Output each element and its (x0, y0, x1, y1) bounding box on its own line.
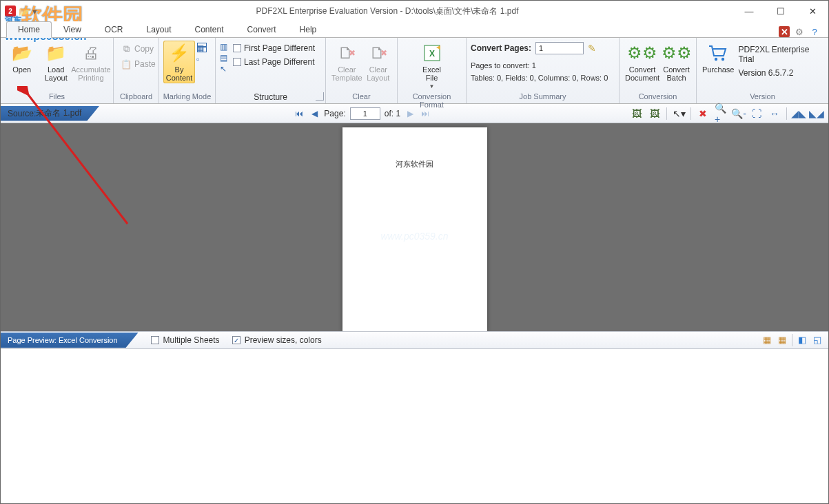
export-image-icon[interactable]: 🖼 (631, 107, 643, 120)
tab-content[interactable]: Content (183, 21, 236, 38)
load-layout-button[interactable]: 📁 Load Layout (39, 41, 74, 83)
accumulate-printing-button: 🖨 Accumulate Printing (73, 41, 109, 83)
structure-cursor-icon[interactable]: ↖ (220, 64, 227, 74)
zoom-in-icon[interactable]: 🔍+ (715, 107, 727, 120)
close-ribbon-icon[interactable]: ✕ (779, 26, 790, 37)
tab-convert[interactable]: Convert (236, 21, 288, 38)
last-page-icon[interactable]: ⏭ (420, 108, 431, 119)
help-icon[interactable]: ? (809, 26, 820, 37)
prev-page-icon[interactable]: ◀ (309, 108, 320, 119)
version-line2: Version 6.5.7.2 (738, 68, 821, 78)
cart-icon (707, 42, 729, 64)
group-label: Marking Mode (159, 92, 215, 103)
delete-red-icon[interactable]: ✖ (697, 107, 709, 120)
fit-page-icon[interactable]: ⛶ (750, 107, 763, 120)
tab-ocr[interactable]: OCR (93, 21, 135, 38)
export-image2-icon[interactable]: 🖼 (648, 107, 661, 120)
page-label: Page: (324, 109, 345, 118)
edit-pages-icon[interactable]: ✎ (588, 43, 596, 54)
title-bar: 2 📂 ▾ PDF2XL Enterprise Evaluation Versi… (1, 1, 828, 21)
preview-chip: Page Preview: Excel Conversion (1, 333, 139, 348)
clear-template-button: 🗋✖ Clear Template (330, 41, 364, 83)
page-watermark: www.pc0359.cn (342, 231, 487, 242)
qat-open-icon[interactable]: 📂 (19, 6, 30, 17)
checkbox-icon (233, 58, 241, 66)
flip-h-icon[interactable]: ◢◣ (792, 107, 805, 120)
preview-grid1-icon[interactable]: ▦ (761, 334, 772, 345)
checkbox-checked-icon (232, 336, 240, 344)
page-number-input[interactable] (350, 107, 380, 120)
group-files: 📂 Open 📁 Load Layout 🖨 Accumulate Printi… (1, 38, 114, 103)
job-summary-counts: Tables: 0, Fields: 0, Columns: 0, Rows: … (471, 74, 615, 82)
structure-col-icon[interactable]: ▥ (220, 42, 227, 52)
group-label: Version (697, 92, 828, 103)
checkbox-icon (151, 336, 159, 344)
group-label: Job Summary (467, 92, 619, 103)
group-label: Clipboard (114, 92, 158, 103)
group-marking-mode: ⚡ By Content ▦ ▫ Marking Mode (159, 38, 216, 103)
group-job-summary: Convert Pages: ✎ Pages to convert: 1 Tab… (467, 38, 620, 103)
group-conversion: ⚙⚙ Convert Document ⚙⚙ Convert Batch Con… (620, 38, 697, 103)
convert-batch-button[interactable]: ⚙⚙ Convert Batch (661, 41, 692, 83)
marking-cell-icon[interactable]: ▫ (196, 54, 204, 64)
paste-button: 📋Paste (118, 57, 158, 71)
tab-home[interactable]: Home (6, 21, 52, 38)
tab-layout[interactable]: Layout (134, 21, 183, 38)
pointer-icon[interactable]: ↖▾ (673, 107, 685, 120)
flip-v-icon[interactable]: ◣◢ (810, 107, 823, 120)
page-body-text: 河东软件园 (342, 159, 487, 169)
first-page-different-toggle[interactable]: First Page Different (230, 42, 318, 54)
minimize-button[interactable]: — (733, 1, 765, 21)
preview-pane[interactable] (1, 349, 828, 504)
document-viewport[interactable]: 河东软件园 www.pc0359.cn (1, 123, 828, 331)
clear-template-icon: 🗋✖ (336, 42, 358, 64)
purchase-button[interactable]: Purchase (701, 41, 735, 75)
group-structure: ▥ ▤ ↖ First Page Different Last Page Dif… (216, 38, 326, 103)
printer-icon: 🖨 (80, 42, 102, 64)
document-toolbar: Source: 未命名 1.pdf ⏮ ◀ Page: of: 1 ▶ ⏭ 🖼 … (1, 104, 828, 123)
quick-access-toolbar: 2 📂 ▾ (1, 6, 41, 17)
structure-launcher-icon[interactable] (316, 92, 324, 101)
view-tools: 🖼 🖼 ↖▾ ✖ 🔍+ 🔍- ⛶ ↔ ◢◣ ◣◢ (625, 107, 828, 120)
fit-width-icon[interactable]: ↔ (768, 107, 781, 120)
by-content-button[interactable]: ⚡ By Content (163, 41, 195, 83)
version-line1: PDF2XL Enterprise Trial (738, 45, 821, 64)
qat-dropdown-icon[interactable]: ▾ (32, 6, 37, 17)
preview-grid2-icon[interactable]: ▦ (777, 334, 788, 345)
maximize-button[interactable]: ☐ (765, 1, 797, 21)
tab-view[interactable]: View (52, 21, 93, 38)
zoom-out-icon[interactable]: 🔍- (733, 107, 745, 120)
multiple-sheets-toggle[interactable]: Multiple Sheets (151, 335, 220, 345)
first-page-icon[interactable]: ⏮ (294, 108, 305, 119)
settings-gear-icon[interactable]: ⚙ (794, 26, 805, 37)
close-button[interactable]: ✕ (797, 1, 828, 21)
group-clipboard: ⧉Copy 📋Paste Clipboard (114, 38, 159, 103)
convert-pages-input[interactable] (535, 42, 584, 54)
preview-sizes-colors-toggle[interactable]: Preview sizes, colors (232, 335, 322, 345)
next-page-icon[interactable]: ▶ (405, 108, 416, 119)
group-clear: 🗋✖ Clear Template 🗋✖ Clear Layout Clear (326, 38, 398, 103)
app-icon: 2 (5, 6, 16, 17)
source-chip: Source: 未命名 1.pdf (1, 106, 99, 121)
paste-icon: 📋 (121, 59, 132, 70)
pages-to-convert-text: Pages to convert: 1 (471, 61, 615, 70)
folder-layout-icon: 📁 (45, 42, 67, 64)
svg-point-2 (715, 58, 717, 61)
group-label: Structure (216, 92, 325, 103)
last-page-different-toggle[interactable]: Last Page Different (230, 56, 318, 68)
excel-icon: X (421, 42, 443, 64)
preview-split-icon[interactable]: ◧ (797, 334, 808, 345)
group-label: Conversion (620, 92, 696, 103)
structure-row-icon[interactable]: ▤ (220, 53, 227, 63)
gears-icon: ⚙⚙ (631, 42, 653, 64)
tab-help[interactable]: Help (288, 21, 329, 38)
excel-file-button[interactable]: X Excel File ▼ (416, 41, 449, 91)
group-label: Clear (326, 92, 397, 103)
copy-icon: ⧉ (121, 43, 132, 54)
convert-document-button[interactable]: ⚙⚙ Convert Document (624, 41, 661, 83)
open-button[interactable]: 📂 Open (5, 41, 39, 75)
lightning-table-icon: ⚡ (168, 42, 190, 64)
preview-window-icon[interactable]: ◱ (812, 334, 823, 345)
group-label: Conversion Format (398, 92, 466, 103)
page-navigator: ⏮ ◀ Page: of: 1 ▶ ⏭ (294, 107, 431, 120)
